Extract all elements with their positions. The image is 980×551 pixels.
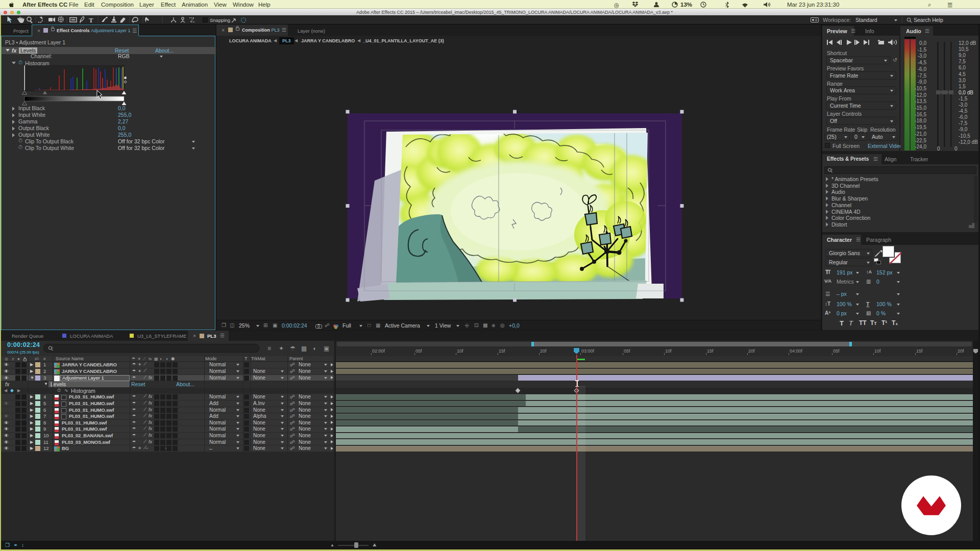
svg-text:T: T: [89, 16, 93, 24]
